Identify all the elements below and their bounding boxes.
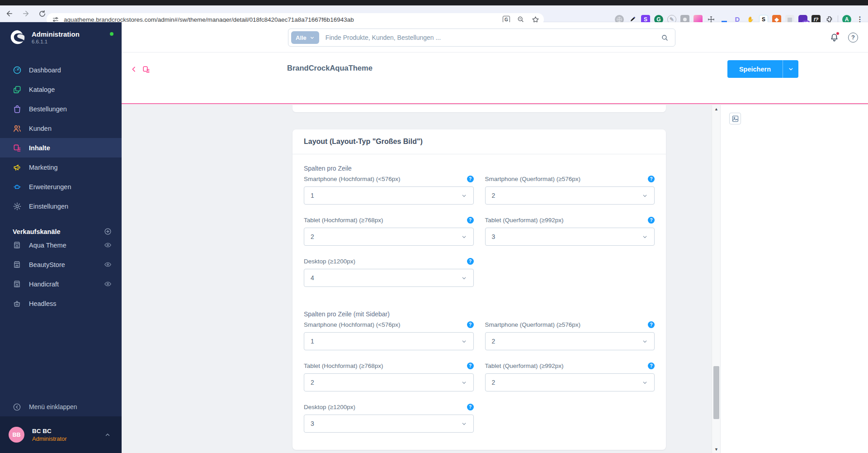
help-icon[interactable]: ? bbox=[467, 362, 474, 369]
status-dot bbox=[110, 32, 113, 36]
browser-toolbar: aquatheme.brandcrockstores.com/admin#/sw… bbox=[0, 5, 868, 22]
eye-icon[interactable] bbox=[104, 280, 112, 288]
help-icon[interactable]: ? bbox=[467, 217, 474, 224]
chevron-down-icon bbox=[461, 193, 467, 199]
select-columns[interactable]: 2 bbox=[485, 186, 655, 205]
chevron-down-icon bbox=[461, 421, 467, 427]
card-title: Layout (Layout-Typ "Großes Bild") bbox=[304, 138, 423, 146]
collapse-menu-button[interactable]: Menü einklappen bbox=[0, 397, 122, 416]
orders-icon bbox=[13, 105, 22, 114]
sidebar-item-kunden[interactable]: Kunden bbox=[0, 119, 122, 138]
chevron-down-icon bbox=[642, 234, 648, 240]
sidebar-item-label: Bestellungen bbox=[29, 105, 67, 113]
sidebar-channel-beautystore[interactable]: BeautyStore bbox=[0, 255, 122, 274]
help-icon[interactable]: ? bbox=[648, 176, 655, 182]
select-columns[interactable]: 3 bbox=[485, 228, 655, 246]
marketing-icon bbox=[13, 163, 22, 172]
chevron-down-icon bbox=[642, 339, 648, 344]
help-icon[interactable]: ? bbox=[648, 321, 655, 328]
channel-label: Headless bbox=[29, 300, 56, 307]
save-dropdown-button[interactable] bbox=[783, 60, 798, 78]
back-icon[interactable] bbox=[3, 7, 16, 20]
scroll-up-icon[interactable]: ▲ bbox=[712, 105, 721, 113]
storefront-icon bbox=[13, 241, 21, 249]
sidebar-item-einstellungen[interactable]: Einstellungen bbox=[0, 196, 122, 216]
select-columns[interactable]: 1 bbox=[304, 332, 474, 350]
select-columns[interactable]: 3 bbox=[304, 415, 474, 433]
field-label: Smartphone (Querformat) (≥576px) bbox=[485, 176, 581, 182]
admin-app: Administration 6.6.1.1 Dashboard Katalog… bbox=[0, 22, 868, 453]
field-sidebar-smartphone-portrait: Smartphone (Hochformat) (<576px) ? 1 bbox=[304, 321, 474, 350]
help-icon[interactable]: ? bbox=[467, 258, 474, 265]
global-search[interactable]: Alle bbox=[288, 29, 675, 47]
sidebar-item-dashboard[interactable]: Dashboard bbox=[0, 60, 122, 80]
sidebar-item-bestellungen[interactable]: Bestellungen bbox=[0, 99, 122, 119]
channel-label: Aqua Theme bbox=[29, 242, 66, 249]
user-menu[interactable]: BB BC BC Administrator bbox=[0, 416, 122, 453]
help-icon[interactable]: ? bbox=[467, 404, 474, 410]
select-columns[interactable]: 2 bbox=[485, 373, 655, 391]
save-button[interactable]: Speichern bbox=[727, 60, 783, 78]
storefront-icon bbox=[13, 280, 21, 288]
eye-icon[interactable] bbox=[104, 261, 112, 268]
page-title: BrandCrockAquaTheme bbox=[287, 64, 373, 72]
sidebar-item-kataloge[interactable]: Kataloge bbox=[0, 80, 122, 99]
help-icon[interactable]: ? bbox=[467, 176, 474, 182]
user-avatar: BB bbox=[9, 427, 24, 443]
help-icon[interactable]: ? bbox=[467, 321, 474, 328]
field-label: Tablet (Hochformat) (≥768px) bbox=[304, 217, 383, 224]
eye-icon[interactable] bbox=[104, 241, 112, 249]
save-split-button: Speichern bbox=[727, 60, 798, 78]
scrollbar-thumb[interactable] bbox=[713, 366, 719, 419]
sales-channels-label: Verkaufskanäle bbox=[13, 228, 61, 235]
sidebar-item-erweiterungen[interactable]: Erweiterungen bbox=[0, 177, 122, 196]
help-button[interactable]: ? bbox=[848, 33, 858, 43]
main-navigation: Dashboard Kataloge Bestellungen Kunden I… bbox=[0, 60, 122, 216]
forward-icon[interactable] bbox=[19, 7, 33, 20]
field-smartphone-portrait: Smartphone (Hochformat) (<576px) ? 1 bbox=[304, 176, 474, 205]
chevron-down-icon bbox=[310, 35, 315, 40]
select-columns[interactable]: 2 bbox=[485, 332, 655, 350]
select-columns[interactable]: 4 bbox=[304, 269, 474, 287]
help-icon[interactable]: ? bbox=[648, 362, 655, 369]
layout-settings-card: Layout (Layout-Typ "Großes Bild") Spalte… bbox=[292, 129, 666, 450]
notification-badge bbox=[836, 32, 840, 35]
smart-bar: BrandCrockAquaTheme Speichern bbox=[122, 52, 868, 104]
sidebar-item-label: Marketing bbox=[29, 164, 58, 171]
field-label: Smartphone (Hochformat) (<576px) bbox=[304, 176, 400, 182]
sidebar-header: Administration 6.6.1.1 bbox=[0, 22, 122, 49]
field-label: Smartphone (Querformat) (≥576px) bbox=[485, 321, 581, 328]
search-icon[interactable] bbox=[661, 34, 669, 42]
sidebar-channel-headless[interactable]: Headless bbox=[0, 294, 122, 313]
search-filter-label: Alle bbox=[296, 34, 307, 41]
add-sales-channel-icon[interactable] bbox=[104, 228, 112, 235]
field-label: Desktop (≥1200px) bbox=[304, 404, 355, 410]
field-sidebar-desktop: Desktop (≥1200px) ? 3 bbox=[304, 404, 474, 433]
field-label: Smartphone (Hochformat) (<576px) bbox=[304, 321, 400, 328]
sidebar-item-marketing[interactable]: Marketing bbox=[0, 157, 122, 177]
notifications-button[interactable] bbox=[830, 33, 839, 42]
sidebar-channel-handicraft[interactable]: Handicraft bbox=[0, 274, 122, 294]
back-button[interactable] bbox=[130, 66, 137, 73]
field-smartphone-landscape: Smartphone (Querformat) (≥576px) ? 2 bbox=[485, 176, 655, 205]
select-columns[interactable]: 2 bbox=[304, 373, 474, 391]
card-fragment-top bbox=[292, 105, 666, 112]
select-columns[interactable]: 1 bbox=[304, 186, 474, 205]
sidebar-channel-aqua-theme[interactable]: Aqua Theme bbox=[0, 235, 122, 255]
help-icon[interactable]: ? bbox=[648, 217, 655, 224]
field-grid: Smartphone (Hochformat) (<576px) ? 1 Sma… bbox=[304, 321, 655, 433]
dashboard-icon bbox=[13, 66, 22, 75]
search-filter-chip[interactable]: Alle bbox=[291, 31, 319, 44]
scroll-down-icon[interactable]: ▼ bbox=[712, 445, 721, 453]
media-sidebar-button[interactable] bbox=[729, 113, 741, 124]
sidebar-item-inhalte[interactable]: Inhalte bbox=[0, 138, 122, 157]
field-tablet-landscape: Tablet (Querformat) (≥992px) ? 3 bbox=[485, 217, 655, 246]
select-columns[interactable]: 2 bbox=[304, 228, 474, 246]
chevron-down-icon bbox=[642, 193, 648, 199]
field-tablet-portrait: Tablet (Hochformat) (≥768px) ? 2 bbox=[304, 217, 474, 246]
field-label: Tablet (Hochformat) (≥768px) bbox=[304, 362, 383, 369]
search-input[interactable] bbox=[326, 34, 661, 41]
field-sidebar-tablet-landscape: Tablet (Querformat) (≥992px) ? 2 bbox=[485, 362, 655, 391]
collapse-chevron-icon bbox=[13, 403, 21, 411]
content-scrollbar[interactable]: ▲ ▼ bbox=[712, 105, 720, 453]
